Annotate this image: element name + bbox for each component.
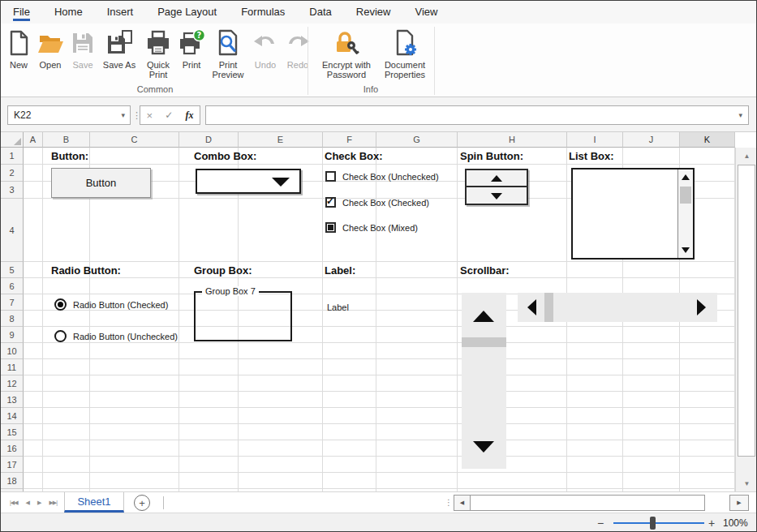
column-header-F[interactable]: F	[323, 132, 376, 148]
menu-view[interactable]: View	[402, 1, 449, 24]
column-header-J[interactable]: J	[623, 132, 680, 148]
row-header-13[interactable]: 13	[1, 392, 24, 408]
column-header-K[interactable]: K	[680, 132, 735, 148]
checkbox-icon[interactable]	[325, 171, 336, 182]
name-box-dropdown-icon[interactable]: ▾	[121, 106, 125, 124]
embedded-spin-button[interactable]	[465, 169, 528, 205]
row-header-18[interactable]: 18	[1, 473, 24, 489]
formula-input[interactable]: ▾	[205, 105, 749, 125]
row-header-7[interactable]: 7	[1, 294, 24, 311]
vertical-scroll-thumb[interactable]	[462, 337, 506, 347]
menu-review[interactable]: Review	[344, 1, 403, 24]
zoom-slider-thumb[interactable]	[650, 517, 656, 530]
row-header-10[interactable]: 10	[1, 343, 24, 359]
sheet-scroll-left-button[interactable]: ◀	[454, 496, 471, 510]
menu-home[interactable]: Home	[42, 1, 95, 24]
formula-expand-icon[interactable]: ▾	[738, 106, 742, 124]
checkbox-mixed[interactable]: Check Box (Mixed)	[325, 222, 418, 233]
row-header-3[interactable]: 3	[1, 182, 24, 199]
embedded-list-box[interactable]	[571, 168, 695, 260]
print-preview-button[interactable]: Print Preview	[207, 25, 249, 79]
checkbox-unchecked[interactable]: Check Box (Unchecked)	[325, 171, 439, 182]
embedded-horizontal-scrollbar[interactable]	[518, 293, 717, 322]
row-header-12[interactable]: 12	[1, 375, 24, 392]
menu-data[interactable]: Data	[297, 1, 343, 24]
row-header-8[interactable]: 8	[1, 311, 24, 327]
undo-button[interactable]: Undo	[249, 25, 282, 70]
menu-file[interactable]: File	[1, 1, 42, 24]
row-header-16[interactable]: 16	[1, 440, 24, 457]
list-scroll-up-icon[interactable]	[682, 174, 690, 180]
column-header-E[interactable]: E	[239, 132, 323, 148]
radio-unchecked[interactable]: Radio Button (Unchecked)	[54, 330, 178, 342]
prev-sheet-icon[interactable]: ◀	[22, 500, 33, 506]
column-header-A[interactable]: A	[24, 132, 43, 148]
enter-icon[interactable]: ✓	[165, 109, 173, 121]
list-scroll-thumb[interactable]	[680, 187, 691, 204]
row-header-4[interactable]: 4	[1, 199, 24, 262]
last-sheet-icon[interactable]: ▶▶|	[45, 500, 61, 506]
row-header-17[interactable]: 17	[1, 457, 24, 473]
insert-function-icon[interactable]: fx	[185, 109, 193, 122]
save-as-button[interactable]: Save As	[98, 25, 140, 70]
menu-formulas[interactable]: Formulas	[229, 1, 297, 24]
horizontal-scroll-thumb[interactable]	[544, 293, 553, 322]
worksheet-grid[interactable]: ABCDEFGHIJK12345678910111213141516171819…	[1, 132, 757, 491]
scroll-right-icon[interactable]	[697, 299, 706, 315]
print-button[interactable]: ? Print	[176, 25, 207, 70]
embedded-vertical-scrollbar[interactable]	[462, 293, 506, 469]
sheet-vertical-scrollbar[interactable]: ▲ ▼	[735, 148, 757, 491]
checkbox-checked[interactable]: Check Box (Checked)	[325, 197, 429, 208]
row-header-9[interactable]: 9	[1, 327, 24, 343]
row-header-2[interactable]: 2	[1, 165, 24, 182]
radio-icon[interactable]	[54, 298, 67, 311]
scroll-down-icon[interactable]	[473, 441, 494, 453]
zoom-out-button[interactable]: −	[597, 513, 604, 532]
scroll-up-icon[interactable]	[473, 311, 494, 322]
row-header-11[interactable]: 11	[1, 359, 24, 375]
embedded-combo-box[interactable]	[196, 169, 301, 194]
row-header-15[interactable]: 15	[1, 424, 24, 440]
column-header-B[interactable]: B	[43, 132, 90, 148]
list-box-scrollbar[interactable]	[677, 169, 693, 258]
column-header-H[interactable]: H	[458, 132, 567, 148]
quick-print-button[interactable]: Quick Print	[140, 25, 176, 79]
scroll-left-icon[interactable]	[527, 299, 536, 315]
sheet-scroll-down-button[interactable]: ▼	[736, 475, 757, 491]
menu-page-layout[interactable]: Page Layout	[145, 1, 229, 24]
spin-up-button[interactable]	[467, 170, 527, 187]
first-sheet-icon[interactable]: |◀◀	[6, 500, 22, 506]
column-header-C[interactable]: C	[90, 132, 179, 148]
sheet-horizontal-scrollbar[interactable]: ◀	[454, 495, 705, 511]
sheet-tab-sheet1[interactable]: Sheet1	[64, 492, 124, 513]
open-button[interactable]: Open	[33, 25, 67, 70]
sheet-scroll-right-button[interactable]: ▶	[729, 495, 749, 511]
document-properties-button[interactable]: Document Properties	[379, 25, 431, 79]
zoom-in-button[interactable]: +	[708, 513, 715, 532]
checkbox-icon[interactable]	[325, 222, 336, 233]
name-box[interactable]: K22 ▾	[7, 105, 131, 125]
row-header-6[interactable]: 6	[1, 278, 24, 294]
sheet-vertical-thumb[interactable]	[738, 165, 755, 457]
embedded-button[interactable]: Button	[51, 168, 151, 198]
tab-scrollbar-handle[interactable]: ⋮	[445, 492, 453, 513]
add-sheet-button[interactable]: +	[134, 495, 150, 511]
row-header-5[interactable]: 5	[1, 262, 24, 278]
row-header-14[interactable]: 14	[1, 408, 24, 424]
cancel-icon[interactable]: ×	[147, 109, 153, 122]
menu-insert[interactable]: Insert	[95, 1, 146, 24]
radio-icon[interactable]	[54, 330, 67, 342]
sheet-scroll-up-button[interactable]: ▲	[736, 148, 757, 164]
column-header-G[interactable]: G	[376, 132, 458, 148]
radio-checked[interactable]: Radio Button (Checked)	[54, 298, 168, 311]
column-header-I[interactable]: I	[567, 132, 623, 148]
save-button[interactable]: Save	[67, 25, 98, 70]
select-all-corner[interactable]	[1, 132, 24, 148]
spin-down-button[interactable]	[467, 188, 527, 204]
zoom-slider[interactable]	[613, 522, 704, 524]
next-sheet-icon[interactable]: ▶	[33, 500, 45, 506]
checkbox-icon[interactable]	[325, 197, 336, 208]
combo-dropdown-icon[interactable]	[272, 178, 290, 187]
redo-button[interactable]: Redo	[282, 25, 314, 70]
new-button[interactable]: New	[4, 25, 33, 70]
